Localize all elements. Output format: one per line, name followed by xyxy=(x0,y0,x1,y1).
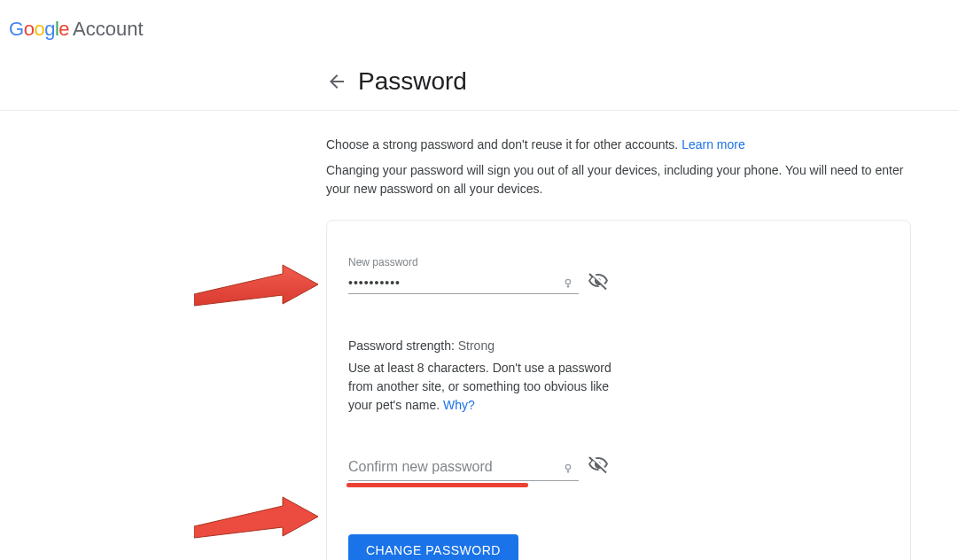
svg-point-3 xyxy=(565,464,570,469)
strength-label: Password strength: xyxy=(348,338,455,353)
confirm-password-field xyxy=(348,457,614,481)
new-password-row xyxy=(348,274,579,294)
intro-line-2: Changing your password will sign you out… xyxy=(326,161,911,198)
product-name: Account xyxy=(73,18,144,41)
toggle-visibility-icon[interactable] xyxy=(588,270,609,292)
new-password-input[interactable] xyxy=(348,274,561,293)
svg-point-2 xyxy=(565,279,570,284)
toggle-visibility-icon[interactable] xyxy=(588,454,609,475)
app-header: Google Account xyxy=(0,0,958,58)
learn-more-link[interactable]: Learn more xyxy=(682,137,745,152)
confirm-password-input[interactable] xyxy=(348,457,561,480)
title-row: Password xyxy=(326,58,958,110)
new-password-field: New password xyxy=(348,256,614,294)
annotation-underline xyxy=(347,483,528,487)
strength-hint: Use at least 8 characters. Don't use a p… xyxy=(348,359,614,415)
strength-hint-text: Use at least 8 characters. Don't use a p… xyxy=(348,361,611,412)
password-card: New password Password strength: Strong U… xyxy=(326,220,911,560)
strength-block: Password strength: Strong Use at least 8… xyxy=(348,337,614,415)
svg-marker-0 xyxy=(194,265,318,306)
annotation-arrow-1 xyxy=(194,263,318,307)
page-title: Password xyxy=(358,67,467,96)
intro-text-1: Choose a strong password and don't reuse… xyxy=(326,137,682,152)
content: Choose a strong password and don't reuse… xyxy=(326,111,911,560)
password-manager-icon[interactable] xyxy=(561,462,575,476)
password-manager-icon[interactable] xyxy=(561,276,575,291)
intro-line-1: Choose a strong password and don't reuse… xyxy=(326,136,911,154)
confirm-password-row xyxy=(348,457,579,481)
why-link[interactable]: Why? xyxy=(443,398,475,412)
svg-marker-1 xyxy=(194,497,318,538)
new-password-label: New password xyxy=(348,256,614,268)
strength-row: Password strength: Strong xyxy=(348,337,614,355)
back-arrow-icon[interactable] xyxy=(326,71,347,92)
change-password-button[interactable]: CHANGE PASSWORD xyxy=(348,534,518,560)
strength-value: Strong xyxy=(458,338,495,353)
annotation-arrow-2 xyxy=(194,495,318,540)
google-logo: Google xyxy=(9,18,69,41)
